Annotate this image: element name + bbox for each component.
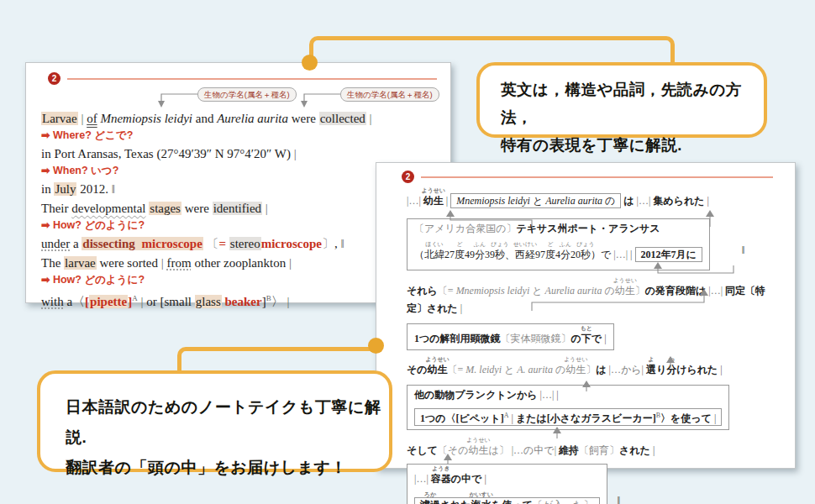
- furigana: ふん: [560, 242, 571, 248]
- text-run: Their: [41, 202, 71, 215]
- text-run: 2012年7月に: [641, 249, 697, 260]
- text-run: 〔飼育〕: [579, 444, 619, 456]
- ruby-text: 海水かいすい: [471, 498, 492, 504]
- note-box: 1つの解剖用顕微鏡〔実体顕微鏡〕の下もとで |: [407, 323, 614, 350]
- text-run: =: [219, 237, 227, 250]
- text-run: 同定: [725, 285, 745, 297]
- clause-end-bars: ‖: [618, 494, 621, 504]
- ruby-text: 幼生ようせい: [615, 284, 635, 298]
- text-run: from: [167, 256, 192, 270]
- section-rule: [67, 78, 437, 80]
- text-run: larvae: [64, 256, 97, 270]
- text-run: 〔: [207, 237, 219, 250]
- text-run: |: [556, 389, 558, 401]
- ruby-text: 西経せいけい: [515, 248, 535, 262]
- text-run: |: [484, 473, 486, 485]
- text-run: 49: [465, 249, 475, 260]
- text-run: で: [592, 333, 604, 344]
- text-run: 〕: [635, 285, 645, 297]
- text-run: glass: [195, 295, 222, 308]
- text-run: stereo: [229, 237, 261, 250]
- text-run: |…|: [540, 389, 555, 401]
- text-run: were: [181, 202, 213, 215]
- furigana: わ: [669, 357, 675, 363]
- furigana: ろか: [424, 492, 436, 498]
- note-box-row: 1つの解剖用顕微鏡〔実体顕微鏡〕の下もとで |: [407, 323, 785, 350]
- section-number-badge: 2: [402, 171, 414, 183]
- text-run: Aurelia aurita: [545, 285, 602, 297]
- text-run: with: [41, 295, 64, 308]
- text-run: ➡ How? どのように?: [41, 274, 145, 286]
- text-run: の: [553, 364, 565, 375]
- english-sentence-line: Larvae | of Mnemiopsis leidyi and Aureli…: [41, 110, 439, 127]
- japanese-note-line: 定〕された |: [407, 302, 785, 316]
- text-run: は〕: [488, 444, 508, 456]
- text-run: |: [294, 147, 297, 160]
- ruby-text: 幼生ようせい: [428, 363, 448, 377]
- text-run: 〔その: [438, 444, 469, 456]
- text-run: 〕: [322, 237, 334, 250]
- japanese-notes-card: 2 |…| 幼生ようせい | Mnemiopsis leidyi と Aurel…: [376, 162, 796, 469]
- note-box-line: 1つの〈[ピペット]A | または[小さなガラスビーカー]B〉を使って |: [414, 408, 722, 426]
- ruby-text: 幼生ようせい: [565, 363, 586, 377]
- furigana: かいすい: [470, 492, 494, 498]
- text-run: dissecting: [82, 237, 136, 250]
- superscript-label: A: [132, 294, 138, 302]
- text-run: developmental: [71, 202, 145, 215]
- text-run: other zooplankton: [192, 256, 289, 270]
- text-run: |…|: [613, 249, 628, 260]
- section-rule: [421, 176, 773, 178]
- ruby-text: 選よ: [646, 363, 656, 377]
- text-run: それら: [407, 285, 438, 297]
- text-run: 20: [570, 249, 581, 260]
- text-run: ➡ Where? どこで?: [41, 129, 133, 141]
- text-run: in Port Aransas, Texas (27°49′39″ N 97°4…: [41, 147, 294, 160]
- text-run: Mnemiopsis leidyi: [456, 195, 530, 207]
- text-run: 他の動物プランクトンから: [414, 389, 538, 401]
- furigana: ようせい: [425, 357, 450, 363]
- text-run: Mnemiopsis leidyi: [456, 285, 530, 297]
- text-run: |: [720, 364, 722, 375]
- text-run: は: [596, 364, 606, 375]
- text-run: けられた: [676, 364, 718, 375]
- furigana: ふん: [474, 242, 486, 248]
- inline-box: 1つの〈[ピペット]A | または[小さなガラスビーカー]B〉を使って |: [414, 408, 722, 426]
- species-name-label: 生物の学名(属名＋種名): [340, 87, 439, 102]
- japanese-note-line: それら〔= Mnemiopsis leidyi と Aurelia aurita…: [407, 284, 785, 298]
- callout-bubble-english: 英文は，構造や品詞，先読みの方法， 特有の表現を丁寧に解説.: [476, 62, 767, 138]
- callout-bubble-japanese: 日本語訳のためのノートテイクも丁寧に解説. 翻訳者の「頭の中」をお届けします！: [37, 370, 392, 472]
- note-box-line: 1つの解剖用顕微鏡〔実体顕微鏡〕の下もとで |: [414, 327, 607, 346]
- note-box-row: |…| 容器ようきの中で |濾過ろかされた海水かいすいを使って〔が入った〕‖: [407, 464, 785, 504]
- note-box-line: |…| 容器ようきの中で |: [414, 467, 600, 486]
- text-run: その: [407, 364, 428, 375]
- text-run: and: [192, 112, 217, 125]
- text-run: |: [370, 112, 372, 125]
- callout-text-line: 日本語訳のためのノートテイクも丁寧に解説.: [66, 392, 389, 453]
- text-run: と: [502, 364, 517, 375]
- furigana: ようき: [432, 466, 450, 472]
- text-run: |…|: [637, 195, 651, 207]
- callout-text-line: 翻訳者の「頭の中」をお届けします！: [66, 453, 389, 483]
- text-run: ‖: [112, 182, 115, 196]
- text-run: 2012.: [76, 182, 111, 196]
- text-run: 〔=: [448, 364, 466, 375]
- note-box-row: 〔アメリカ合衆国の〕テキサス州ポート・アランサス（北緯ほくい27度ど49分ふん3…: [407, 218, 785, 270]
- japanese-note-line: |…| 幼生ようせい | Mnemiopsis leidyi と Aurelia…: [407, 193, 785, 208]
- text-run: 集められた: [653, 195, 704, 207]
- furigana: ようせい: [466, 438, 491, 444]
- callout-text-line: 英文は，構造や品詞，先読みの方法，: [501, 76, 764, 131]
- text-run: の発育段階は: [645, 285, 707, 297]
- text-run: ➡ When? いつ?: [41, 165, 118, 176]
- ruby-text: 度ど: [545, 248, 555, 262]
- text-run: 〉: [271, 295, 287, 308]
- furigana: よ: [648, 357, 654, 363]
- note-box-row: 他の動物プランクトンから |…| |1つの〈[ピペット]A | または[小さなガ…: [407, 385, 785, 430]
- text-run: in: [41, 182, 54, 196]
- ruby-text: 容器ようき: [431, 472, 451, 486]
- text-run: 27: [444, 249, 455, 260]
- note-box-line: 濾過ろかされた海水かいすいを使って〔が入った〕: [414, 492, 600, 504]
- text-run: Aurelia aurita: [545, 195, 602, 207]
- text-run: |: [289, 256, 292, 270]
- ruby-text: 分わ: [666, 363, 676, 377]
- text-run: |…から|: [609, 364, 644, 375]
